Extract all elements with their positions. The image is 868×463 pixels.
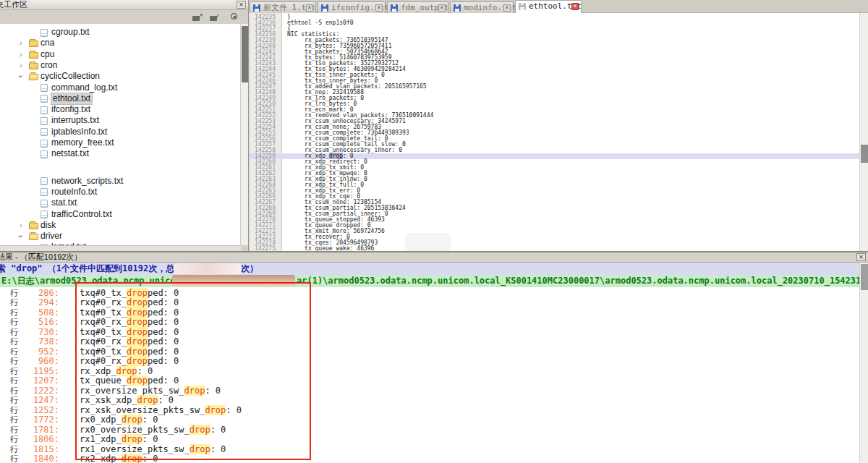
search-result-row-line-1207[interactable]: 行1207:tx_queue_dropped: 0 [0,376,859,386]
tab-modinfo-txt[interactable]: modinfo.txt× [450,1,514,13]
tree-folder-cpu[interactable]: ›cpu [0,49,241,60]
tab-close-icon[interactable]: × [375,4,383,12]
tree-file-cgroup-txt[interactable]: cgroup.txt [0,27,241,38]
row-text: rxq#0_rx_dropped: 0 [80,357,179,367]
tree-folder-cycliccollection[interactable]: ›cyclicCollection [0,71,241,82]
tree-file-ifconfig-txt[interactable]: ifconfig.txt [0,104,241,115]
editor-vertical-scrollbar[interactable] [859,13,868,251]
results-close-button[interactable]: × [856,253,866,261]
editor-view[interactable]: 142235}142236ethtool -S enp1s0f0142237{1… [250,13,868,251]
row-line-number: 1252: [26,406,59,416]
row-line-number: 1781: [26,425,59,436]
search-result-row-line-1815[interactable]: 行1815:rx1_oversize_pkts_sw_drop: 0 [0,445,859,455]
editor-line: 142236ethtool -S enp1s0f0 [250,20,868,26]
tree-file-command-log-txt[interactable]: command_log.txt [0,82,241,93]
save-state-icon [253,4,260,12]
row-line-label: 行 [10,318,19,328]
row-line-label: 行 [10,425,19,436]
tree-folder-driver[interactable]: ›driver [0,231,241,242]
tab-ethtool-txt[interactable]: ethtool.txt× [515,0,582,13]
results-scroll-thumb[interactable] [861,264,868,290]
collapse-all-icon[interactable]: ↙ [208,12,221,22]
file-icon [41,95,48,103]
search-result-row-line-1195[interactable]: 行1195:rx_xdp_drop: 0 [0,367,859,377]
search-result-row-line-294[interactable]: 行294:rxq#0_rx_dropped: 0 [0,298,859,308]
row-line-number: 960: [26,357,59,367]
search-result-row-line-286[interactable]: 行286:txq#0_tx_dropped: 0 [0,289,859,299]
row-line-number: 516: [26,318,59,328]
line-text: ethtool -S enp1s0f0 [287,20,354,26]
matched-word-highlight: drop [127,307,148,318]
search-result-row-line-516[interactable]: 行516:rxq#0_rx_dropped: 0 [0,318,859,328]
search-result-row-line-508[interactable]: 行508:txq#0_tx_dropped: 0 [0,308,859,318]
tree-folder-disk[interactable]: ›disk [0,220,241,231]
row-line-number: 1207: [26,376,59,386]
search-result-row-line-730[interactable]: 行730:txq#0_tx_dropped: 0 [0,328,859,338]
tree-file-iptablesinfo-txt[interactable]: iptablesInfo.txt [0,127,241,137]
search-result-row-line-1252[interactable]: 行1252:rx_xsk_oversize_pkts_sw_drop: 0 [0,406,859,416]
row-line-label: 行 [10,396,19,406]
tree-vertical-scrollbar[interactable] [240,24,248,245]
row-line-label: 行 [10,386,19,396]
locate-file-icon[interactable] [229,11,241,22]
search-result-row-line-1222[interactable]: 行1222:rx_oversize_pkts_sw_drop: 0 [0,386,859,396]
search-result-row-line-952[interactable]: 行952:txq#0_tx_dropped: 0 [0,347,859,357]
tab-close-icon[interactable]: × [503,4,511,12]
tree-file-trafficcontrol-txt[interactable]: trafficControl.txt [0,209,241,220]
file-icon [41,128,48,136]
chevron-expanded-icon[interactable]: › [15,75,26,78]
search-result-row-line-1247[interactable]: 行1247:rx_xsk_xdp_drop: 0 [0,396,859,406]
search-summary-line[interactable]: 索 "drop" （1个文件中匹配到10192次，总计 次） [0,263,859,275]
chevron-expanded-icon[interactable]: › [15,235,26,238]
chevron-collapsed-icon[interactable]: › [20,38,22,48]
workspace-title: 夹工作区 [0,0,27,9]
tree-folder-cna[interactable]: ›cna [0,38,241,48]
matched-word-highlight: drop [127,336,148,347]
tree-file-network-scripts-txt[interactable]: network_scripts.txt [0,176,241,187]
row-text: rx1_oversize_pkts_sw_drop: 0 [80,445,226,455]
tab-fdm-output[interactable]: fdm_output× [387,1,448,13]
row-line-label: 行 [10,406,19,416]
search-result-row-line-1781[interactable]: 行1781:rx0_oversize_pkts_sw_drop: 0 [0,425,859,436]
row-text: rx2_xdp_drop: 0 [80,454,158,463]
chevron-collapsed-icon[interactable]: › [20,220,22,231]
tab-close-icon[interactable]: × [571,3,579,10]
tab-ifconfig-txt[interactable]: ifconfig.txt× [318,1,386,13]
tree-item-label: memory_free.txt [51,137,114,148]
result-file-path-line[interactable]: E:\日志\armod0523.odata.ncmp.unicom.loca a… [0,275,859,287]
row-line-label: 行 [10,347,19,357]
tree-file-interrupts-txt[interactable]: interrupts.txt [0,115,241,126]
search-result-row-line-1772[interactable]: 行1772:rx0_xdp_drop: 0 [0,415,859,425]
tree-item-label: disk [41,220,56,231]
tab--1-txt[interactable]: 新文件 1.txt× [250,1,316,13]
row-line-label: 行 [10,415,19,425]
search-result-row-line-1806[interactable]: 行1806:rx1_xdp_drop: 0 [0,435,859,445]
workspace-close-button[interactable]: × [237,1,246,9]
matched-word-highlight: drop [127,297,148,307]
tree-scroll-thumb[interactable] [242,26,248,82]
chevron-collapsed-icon[interactable]: › [20,60,22,71]
folder-icon [29,74,39,80]
results-vertical-scrollbar[interactable] [859,263,868,463]
tree-folder-cron[interactable]: ›cron [0,60,241,71]
row-line-number: 1840: [26,454,59,463]
row-line-number: 730: [26,328,59,338]
tree-file-netstat-txt[interactable]: netstat.txt [0,148,241,159]
tree-file-ethtool-txt[interactable]: ethtool.txt [0,93,241,104]
expand-all-icon[interactable]: ↗ [191,12,203,22]
row-text: rx1_xdp_drop: 0 [80,435,158,445]
row-line-label: 行 [10,367,19,377]
tree-file-routeinfo-txt[interactable]: routeInfo.txt [0,187,241,197]
search-result-row-line-738[interactable]: 行738:rxq#0_rx_dropped: 0 [0,337,859,347]
tree-horizontal-scrollbar[interactable] [0,245,241,251]
tree-file-memory-free-txt[interactable]: memory_free.txt [0,137,241,148]
matched-word-highlight: drop [122,454,142,463]
search-result-row-line-1840[interactable]: 行1840:rx2_xdp_drop: 0 [0,454,859,463]
tree-file-stat-txt[interactable]: stat.txt [0,197,241,208]
tab-close-icon[interactable]: × [306,4,313,12]
editor-scroll-thumb[interactable] [861,145,868,163]
row-line-number: 508: [26,308,59,318]
search-result-row-line-960[interactable]: 行960:rxq#0_rx_dropped: 0 [0,357,859,367]
chevron-collapsed-icon[interactable]: › [20,49,22,60]
tab-close-icon[interactable]: × [438,4,446,12]
